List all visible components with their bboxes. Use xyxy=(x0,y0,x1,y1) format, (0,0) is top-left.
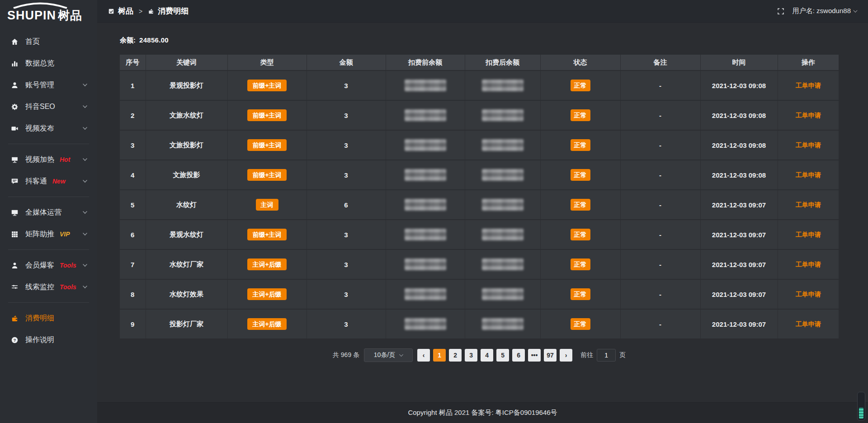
amount-cell: 3 xyxy=(307,220,386,249)
work-order-link[interactable]: 工单申请 xyxy=(796,261,821,268)
sidebar-item-badge: New xyxy=(52,178,66,185)
amount-cell: 3 xyxy=(307,309,386,339)
column-header: 状态 xyxy=(540,55,620,70)
goto-page-input[interactable] xyxy=(597,349,616,362)
column-header: 操作 xyxy=(778,55,839,70)
topbar: 树品>消费明细 用户名: zswodun88 xyxy=(97,0,868,23)
status-badge: 正常 xyxy=(571,139,590,151)
page-button-3[interactable]: 3 xyxy=(465,349,477,362)
type-badge: 前缀+主词 xyxy=(247,139,286,151)
sidebar-item-15[interactable]: 消费明细 xyxy=(0,307,97,329)
goto-label: 前往 xyxy=(580,351,593,359)
post-balance-masked xyxy=(465,309,540,339)
page-button-4[interactable]: 4 xyxy=(481,349,493,362)
question-icon: ? xyxy=(10,335,19,344)
fullscreen-icon[interactable] xyxy=(777,8,784,15)
keyword-cell: 投影灯厂家 xyxy=(146,309,227,339)
status-badge: 正常 xyxy=(540,70,620,100)
remark-cell: - xyxy=(620,249,700,279)
next-page-button[interactable]: › xyxy=(560,349,572,362)
masked-value xyxy=(405,318,446,330)
work-order-link[interactable]: 工单申请 xyxy=(796,291,821,298)
row-index: 6 xyxy=(120,220,146,249)
chevron-down-icon xyxy=(83,125,87,130)
time-cell: 2021-12-03 09:07 xyxy=(700,279,778,309)
sidebar-item-label: 会员爆客 xyxy=(25,261,54,270)
page-button-1[interactable]: 1 xyxy=(433,349,446,362)
page-button-6[interactable]: 6 xyxy=(512,349,525,362)
action-cell: 工单申请 xyxy=(778,309,839,339)
goto-page: 前往 页 xyxy=(580,349,626,362)
masked-value xyxy=(405,169,446,181)
remark-cell: - xyxy=(620,190,700,220)
table-row: 8水纹灯效果主词+后缀3正常-2021-12-03 09:07工单申请 xyxy=(120,279,839,309)
user-menu[interactable]: 用户名: zswodun88 xyxy=(793,7,857,15)
prev-page-button[interactable]: ‹ xyxy=(417,349,430,362)
keyword-cell: 景观水纹灯 xyxy=(146,220,227,249)
app-logo: SHUPIN 树品 xyxy=(0,0,97,27)
breadcrumb-item-1[interactable]: 消费明细 xyxy=(158,6,189,16)
post-balance-masked xyxy=(465,249,540,279)
sidebar-item-badge: Tools xyxy=(60,283,76,291)
work-order-link[interactable]: 工单申请 xyxy=(796,82,821,89)
sidebar-item-4[interactable]: 视频发布 xyxy=(0,118,97,139)
sidebar-item-13[interactable]: 线索监控Tools xyxy=(0,276,97,298)
page-button-2[interactable]: 2 xyxy=(449,349,462,362)
type-badge: 前缀+主词 xyxy=(227,130,307,160)
finance-icon xyxy=(148,8,154,14)
keyword-cell: 景观投影灯 xyxy=(146,70,227,100)
sidebar-item-16[interactable]: ?操作说明 xyxy=(0,329,97,351)
sidebar-item-badge: Hot xyxy=(60,156,70,163)
sidebar-item-1[interactable]: 数据总览 xyxy=(0,52,97,74)
sidebar-item-0[interactable]: 首页 xyxy=(0,31,97,52)
time-cell: 2021-12-03 09:08 xyxy=(700,160,778,190)
work-order-link[interactable]: 工单申请 xyxy=(796,141,821,149)
status-badge: 正常 xyxy=(540,160,620,190)
work-order-link[interactable]: 工单申请 xyxy=(796,231,821,238)
sidebar-item-3[interactable]: 抖音SEO xyxy=(0,96,97,118)
work-order-link[interactable]: 工单申请 xyxy=(796,171,821,179)
chevron-down-icon xyxy=(83,284,87,288)
sidebar-item-label: 账号管理 xyxy=(25,80,54,90)
breadcrumb-item-0[interactable]: 树品 xyxy=(118,6,133,16)
work-order-link[interactable]: 工单申请 xyxy=(796,201,821,208)
sidebar-item-7[interactable]: 抖客通New xyxy=(0,170,97,192)
status-badge: 正常 xyxy=(571,109,590,121)
chevron-down-icon xyxy=(83,262,87,267)
work-order-link[interactable]: 工单申请 xyxy=(796,112,821,119)
screen-icon xyxy=(10,155,19,164)
remark-cell: - xyxy=(620,130,700,160)
action-cell: 工单申请 xyxy=(778,190,839,220)
type-badge: 前缀+主词 xyxy=(227,160,307,190)
breadcrumb-separator: > xyxy=(137,8,144,15)
status-badge: 正常 xyxy=(540,249,620,279)
more-pages-button[interactable]: ••• xyxy=(528,349,541,362)
page-button-5[interactable]: 5 xyxy=(496,349,509,362)
corner-scroll-widget[interactable] xyxy=(857,392,865,421)
sidebar-item-label: 抖客通 xyxy=(25,177,47,186)
svg-text:?: ? xyxy=(13,338,16,342)
pre-balance-masked xyxy=(386,220,465,249)
page-size-select[interactable]: 10条/页 xyxy=(364,348,413,362)
status-badge: 正常 xyxy=(540,130,620,160)
action-cell: 工单申请 xyxy=(778,130,839,160)
main-content: 余额:24856.00 序号关键词类型金额扣费前余额扣费后余额状态备注时间操作 … xyxy=(97,23,868,402)
chevron-down-icon xyxy=(83,156,87,161)
amount-cell: 3 xyxy=(307,279,386,309)
sidebar-item-2[interactable]: 账号管理 xyxy=(0,74,97,96)
chevron-down-icon xyxy=(83,231,87,235)
sidebar-item-10[interactable]: 矩阵助推VIP xyxy=(0,223,97,245)
sliders-icon xyxy=(10,282,19,291)
amount-cell: 6 xyxy=(307,190,386,220)
time-cell: 2021-12-03 09:08 xyxy=(700,130,778,160)
page-button-97[interactable]: 97 xyxy=(544,349,557,362)
row-index: 5 xyxy=(120,190,146,220)
masked-value xyxy=(405,288,446,300)
time-cell: 2021-12-03 09:07 xyxy=(700,309,778,339)
pre-balance-masked xyxy=(386,249,465,279)
sidebar-item-12[interactable]: 会员爆客Tools xyxy=(0,254,97,276)
sidebar-item-9[interactable]: 全媒体运营 xyxy=(0,202,97,223)
status-badge: 正常 xyxy=(571,258,590,270)
work-order-link[interactable]: 工单申请 xyxy=(796,320,821,328)
sidebar-item-6[interactable]: 视频加热Hot xyxy=(0,149,97,170)
